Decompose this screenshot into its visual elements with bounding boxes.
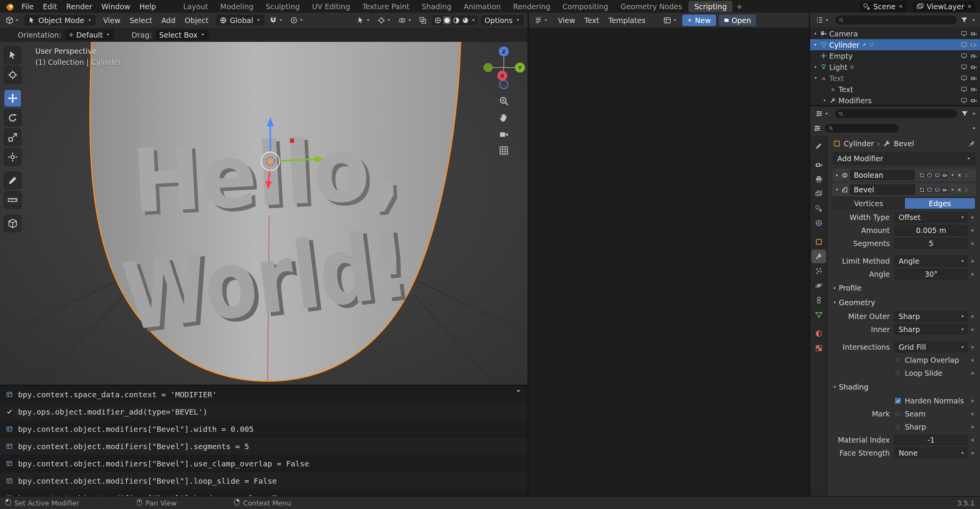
menubar-item-edit[interactable]: Edit [38,1,62,12]
tool-scale[interactable] [4,129,21,146]
workspace-tab-animation[interactable]: Animation [458,1,506,12]
disable-in-viewport-icon[interactable] [961,64,967,70]
animate-decorator[interactable] [968,400,977,402]
modifier-extras-icon[interactable] [950,187,955,192]
outliner-item-label[interactable]: Text [829,74,844,83]
overlays-toggle[interactable] [396,15,414,25]
snap-toggle[interactable] [267,15,285,25]
properties-tab-output[interactable] [812,172,826,186]
properties-tab-particles[interactable] [812,264,826,278]
viewport-menu-view[interactable]: View [99,15,125,26]
animate-decorator[interactable] [968,359,977,362]
axis-neg-y[interactable] [483,63,493,72]
properties-tab-modifiers[interactable] [812,250,826,263]
editor-type-button[interactable] [814,15,832,25]
expander-icon[interactable] [813,76,818,81]
tool-annotate[interactable] [4,172,21,189]
number-field-angle[interactable]: 30° [894,269,968,279]
properties-inner-search[interactable] [824,123,899,133]
properties-tab-material[interactable] [812,327,826,340]
drag-handle-icon[interactable] [964,187,969,192]
disable-in-render-icon[interactable] [970,75,977,81]
proportional-editing-toggle[interactable] [288,15,306,25]
menubar-item-render[interactable]: Render [62,1,97,12]
properties-tab-render[interactable] [812,158,826,172]
number-field-material-index[interactable]: -1 [894,435,968,445]
tool-add-cube[interactable] [4,215,21,232]
blender-logo[interactable] [5,2,15,12]
dropdown-miter-outer[interactable]: Sharp [894,311,968,322]
realtime-toggle-icon[interactable] [934,172,940,178]
properties-sync-icon[interactable] [813,124,821,132]
filter-icon[interactable] [960,16,968,24]
object-visibility-dropdown[interactable] [355,15,373,25]
viewport-menu-add[interactable]: Add [157,15,180,26]
unlink-scene-icon[interactable] [898,4,903,9]
properties-search[interactable] [834,109,958,119]
section-geometry[interactable]: Geometry [830,295,978,310]
checkbox-sharp[interactable] [894,423,901,430]
modifier-extras-icon[interactable] [950,173,955,178]
outliner-search-input[interactable] [846,16,953,25]
properties-tab-tool[interactable] [812,139,826,153]
workspace-tab-uv-editing[interactable]: UV Editing [306,1,356,12]
disable-in-viewport-icon[interactable] [961,53,967,59]
workspace-tab-layout[interactable]: Layout [178,1,214,12]
expander-icon[interactable] [813,42,818,47]
animate-decorator[interactable] [968,439,977,441]
workspace-tab-compositing[interactable]: Compositing [557,1,614,12]
workspace-tab-rendering[interactable]: Rendering [507,1,556,12]
dropdown-inner[interactable]: Sharp [894,324,968,335]
disable-in-render-icon[interactable] [970,53,977,59]
properties-inner-search-input[interactable] [836,124,895,133]
info-log-line[interactable]: bpy.context.object.modifiers["Bevel"].lo… [0,472,528,489]
modifier-name-field[interactable]: Boolean [850,170,915,180]
shading-wireframe-icon[interactable] [434,17,442,24]
orthographic-toggle-icon[interactable] [499,145,509,155]
workspace-tab-modeling[interactable]: Modeling [214,1,259,12]
outliner-item-camera-0[interactable]: Camera [810,28,980,39]
display-filter-icon[interactable] [961,110,968,117]
outliner-item-empty-2[interactable]: Empty [810,50,980,61]
checkbox-clamp-overlap[interactable] [894,357,901,364]
transform-orientation-selector[interactable]: Global [216,15,264,26]
editor-type-button[interactable] [813,109,831,119]
info-log-line[interactable]: bpy.context.object.modifiers["Bevel"].ha… [0,489,528,496]
info-log[interactable]: bpy.context.space_data.context = 'MODIFI… [0,385,528,496]
modifier-header-boolean[interactable]: Boolean [832,169,976,182]
checkbox-loop-slide[interactable] [894,370,901,377]
animate-decorator[interactable] [968,413,977,415]
viewlayer-selector[interactable]: ViewLayer [913,1,975,12]
scene-selector[interactable]: Scene [860,1,907,12]
shading-solid-icon[interactable] [443,17,451,24]
tool-cursor[interactable] [4,66,21,84]
chevron-down-icon[interactable] [972,111,977,116]
dropdown-intersections[interactable]: Grid Fill [894,342,968,352]
animate-decorator[interactable] [968,242,977,245]
expander-icon[interactable] [813,31,818,36]
properties-tab-world[interactable] [812,216,826,230]
outliner-item-label[interactable]: Light [829,63,847,71]
animate-decorator[interactable] [968,273,977,276]
editor-type-button[interactable] [533,15,550,25]
resolve-conflict-dropdown[interactable] [662,15,679,25]
modifier-header-bevel[interactable]: Bevel [832,183,976,196]
chevron-down-icon[interactable] [971,18,976,23]
text-menu-view[interactable]: View [553,15,580,26]
new-text-button[interactable]: New [682,15,716,26]
section-profile[interactable]: Profile [830,281,978,295]
outliner-item-cylinder-1[interactable]: Cylinder [810,39,980,50]
open-text-button[interactable]: Open [719,15,756,26]
add-workspace-button[interactable]: + [733,1,746,12]
info-log-line[interactable]: bpy.context.object.modifiers["Bevel"].us… [0,455,528,472]
modifier-name-field[interactable]: Bevel [850,184,915,195]
drag-setting-dropdown[interactable]: Select Box [156,30,209,40]
expander-icon[interactable] [835,187,840,192]
disable-in-viewport-icon[interactable] [961,86,967,93]
workspace-tab-scripting[interactable]: Scripting [688,1,733,12]
menubar-item-file[interactable]: File [17,1,38,12]
edit-mode-toggle-icon[interactable] [926,172,933,178]
info-log-line[interactable]: bpy.context.space_data.context = 'MODIFI… [0,386,528,403]
text-editor-body[interactable] [529,28,809,496]
animate-decorator[interactable] [968,346,977,349]
